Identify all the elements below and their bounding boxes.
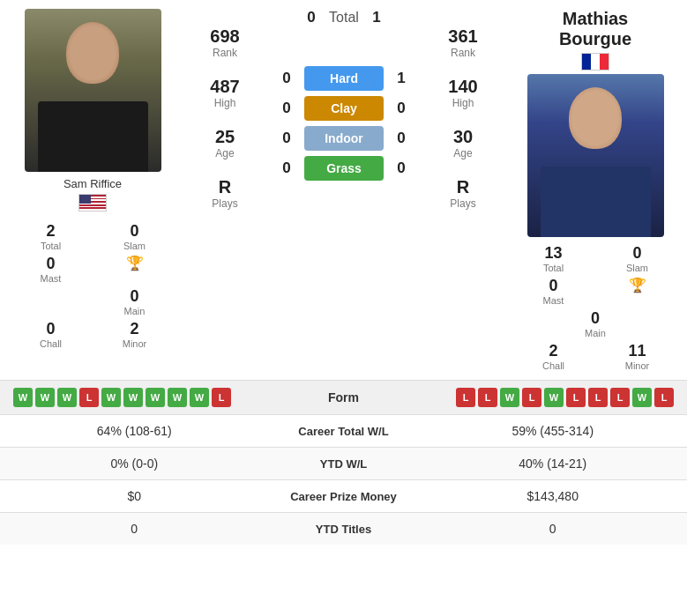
stat-p2-value: 59% (455-314) [432,424,675,438]
player1-form-badge: W [35,388,55,407]
player2-total-value: 13 [544,244,562,263]
player2-rank-label: Rank [451,47,475,59]
player1-chall-cell: 0 Chall [13,320,88,349]
player1-flag [78,194,107,212]
player2-plays-value: R [457,177,469,197]
player1-rank-label: Rank [213,47,237,59]
player2-mast-cell: 0 Mast [516,277,591,306]
total-row: 0 Total 1 [302,9,385,26]
stat-p2-value: 40% (14-21) [432,456,675,471]
player1-photo [25,9,161,172]
player2-chall-cell: 2 Chall [516,342,591,371]
stats-row: $0 Career Prize Money $143,480 [0,479,687,512]
stat-label: YTD Titles [256,523,432,536]
player2-age-value: 30 [453,127,473,147]
player1-chall-value: 0 [46,320,55,338]
player1-total-value: 2 [46,222,55,241]
player2-mast-value: 0 [549,277,557,295]
player2-rank-block: 361 Rank [448,26,477,59]
player1-mast-cell: 0 Mast [13,255,88,284]
player1-stats: 2 Total 0 Slam 0 Mast 🏆 0 [13,222,172,349]
player2-middle-stats: 361 Rank 140 High 30 Age R Plays [410,9,516,371]
player2-main-label: Main [585,328,606,338]
form-section: WWWLWWWWWL Form LLWLWLLLWL [0,380,687,414]
player1-minor-value: 2 [130,320,138,338]
hard-row: 0 Hard 1 [278,66,410,91]
clay-row: 0 Clay 0 [278,96,410,121]
p2-grass-score: 0 [392,160,410,177]
stat-p1-value: 0 [13,522,256,536]
player2-slam-cell: 0 Slam [600,244,675,273]
stat-p2-value: 0 [432,522,675,536]
player2-stats: 13 Total 0 Slam 0 Mast 🏆 0 Main [516,244,675,371]
player1-form-badge: W [146,388,165,407]
trophy2-center: 🏆 [600,277,675,306]
stat-label: YTD W/L [256,457,432,471]
player1-main-cell [13,287,88,316]
player1-name: Sam Riffice [63,177,122,190]
hard-badge: Hard [304,66,384,91]
player1-minor-label: Minor [123,338,147,349]
player1-main-cell2: 0 Main [97,287,172,316]
player1-plays-block: R Plays [212,177,237,210]
grass-badge: Grass [304,156,384,181]
player2-form-badge: W [544,388,564,407]
p2-indoor-score: 0 [392,130,410,147]
player2-mast-label: Mast [543,295,564,306]
player2-chall-label: Chall [542,360,564,371]
stats-rows: 64% (108-61) Career Total W/L 59% (455-3… [0,414,687,545]
player2-form-badge: L [456,388,475,407]
p1-clay-score: 0 [278,100,295,117]
player1-slam-value: 0 [130,222,138,241]
p1-indoor-score: 0 [278,130,295,147]
player1-form-badges: WWWLWWWWWL [13,388,231,407]
stat-label: Career Total W/L [256,425,432,438]
player2-high-label: High [452,97,474,109]
player2-name: MathiasBourgue [559,9,631,49]
player1-slam-label: Slam [123,241,146,251]
p2-hard-score: 1 [392,70,410,87]
player1-form-badge: W [168,388,187,407]
main-container: Sam Riffice 2 Total 0 Slam 0 Mast 🏆 [0,0,687,545]
indoor-row: 0 Indoor 0 [278,126,410,151]
p1-grass-score: 0 [278,160,295,177]
player2-plays-label: Plays [450,197,475,210]
player1-total-cell: 2 Total [13,222,88,251]
player2-form-badge: L [588,388,608,407]
player1-form-badge: W [123,388,143,407]
player1-column: Sam Riffice 2 Total 0 Slam 0 Mast 🏆 [13,9,172,371]
grass-row: 0 Grass 0 [278,156,410,181]
player2-form-badge: L [566,388,586,407]
player2-high-value: 140 [448,77,477,97]
player2-main-value: 0 [591,309,600,328]
player1-rank-block: 698 Rank [210,26,239,59]
player1-form-badge: L [79,388,99,407]
player1-main-label: Main [124,306,146,316]
player1-plays-label: Plays [212,197,237,210]
p1-total-score: 0 [302,9,320,26]
clay-badge: Clay [304,96,384,121]
trophy-icon: 🏆 [126,255,144,271]
stat-p1-value: 64% (108-61) [13,424,256,438]
player1-high-value: 487 [210,77,239,97]
player2-slam-label: Slam [626,263,648,273]
player1-age-value: 25 [215,127,235,147]
trophy2-icon: 🏆 [629,277,646,293]
player1-high-label: High [214,97,236,109]
player1-total-label: Total [41,241,61,251]
player1-minor-cell: 2 Minor [97,320,172,349]
form-label: Form [328,390,359,404]
player1-rank-value: 698 [210,26,239,47]
player1-age-label: Age [215,147,234,160]
stat-p2-value: $143,480 [432,489,675,503]
player2-form-badge: W [500,388,519,407]
stats-row: 0% (0-0) YTD W/L 40% (14-21) [0,447,687,479]
trophy-center: 🏆 [97,255,172,284]
stat-label: Career Prize Money [256,490,432,503]
player2-age-label: Age [453,147,472,160]
total-label: Total [329,10,359,26]
player2-photo [527,74,664,237]
player2-form-badge: L [478,388,497,407]
player2-total-label: Total [543,263,564,273]
player2-slam-value: 0 [632,244,641,263]
